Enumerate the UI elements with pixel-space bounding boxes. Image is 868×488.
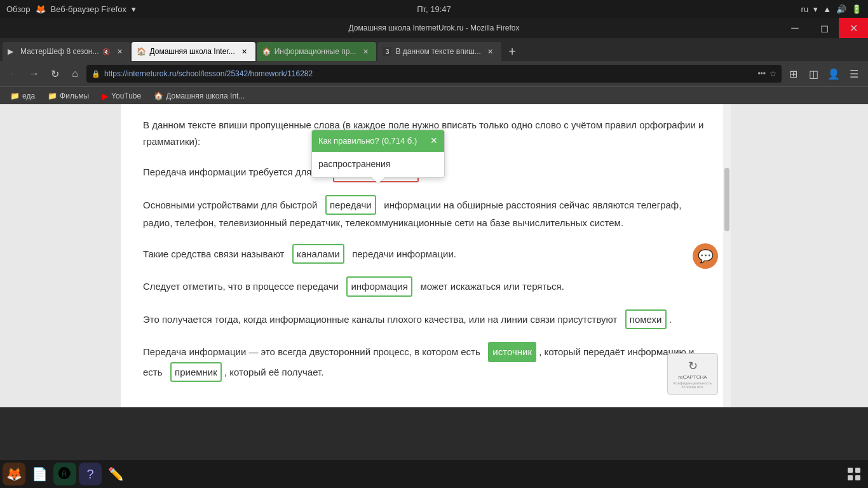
content-text: Как правильно? (0,714 б.) ✕ распростране… [121,104,731,407]
para4-before: Такие средства связи называют [143,248,284,259]
tooltip-arrow [372,177,384,184]
tabs-list-icon[interactable]: ◫ [804,65,822,83]
bookmarks-bar: 📁 еда 📁 Фильмы ▶ YouTube 🏠 Домашняя школ… [0,86,868,104]
show-apps-button[interactable] [843,463,865,485]
system-time: Пт, 19:47 [417,4,451,14]
address-bar[interactable]: 🔒 https://interneturok.ru/school/lesson/… [86,65,782,83]
paragraph-6: Это получается тогда, когда информационн… [143,309,709,330]
tooltip-correct-answer: распространения [318,159,390,169]
tab-info[interactable]: 🏠 Информационные пр... ✕ [257,42,377,61]
menu-icon[interactable]: ☰ [845,65,863,83]
taskbar-appstore[interactable]: 🅐 [53,463,76,485]
bookmark-favicon-homework: 🏠 [154,92,163,100]
battery-icon: 🔋 [851,4,862,14]
account-icon[interactable]: 👤 [825,65,843,83]
minimize-button[interactable]: ─ [780,18,810,38]
tab-homework[interactable]: 🏠 Домашняя школа Inter... ✕ [132,42,255,61]
tab-favicon-2: 🏠 [137,47,146,56]
taskbar: 🦊 📄 🅐 ? ✏️ [0,460,868,488]
tooltip-close-button[interactable]: ✕ [430,133,438,149]
system-bar-left: Обзор 🦊 Веб-браузер Firefox ▾ [6,4,136,14]
youtube-icon: ▶ [102,91,109,101]
bookmark-youtube[interactable]: ▶ YouTube [97,90,146,102]
tab-label-3: Информационные пр... [275,47,356,56]
bookmark-filmy[interactable]: 📁 Фильмы [43,90,94,102]
tab-label-2: Домашняя школа Inter... [149,47,234,56]
window-controls: ─ ◻ ✕ [780,18,868,38]
para6-before: Это получается тогда, когда информационн… [143,314,617,325]
tooltip-body: распространения [312,152,444,177]
tab-close-3[interactable]: ✕ [360,46,371,57]
back-button[interactable]: ← [5,65,23,83]
recaptcha-label: reCAPTCHA [678,374,707,380]
taskbar-editor[interactable]: ✏️ [104,463,127,485]
chat-widget[interactable]: 💬 [693,243,718,269]
tabs-bar: ▶ МастерШеф 8 сезон... 🔇 ✕ 🏠 Домашняя шк… [0,38,868,61]
answer-box-6[interactable]: источник [488,342,536,362]
taskbar-help[interactable]: ? [79,463,102,485]
right-margin [731,104,868,407]
paragraph-4: Такие средства связи называют каналами п… [143,244,709,264]
para5-before: Следует отметить, что в процессе передач… [143,281,339,292]
taskbar-files[interactable]: 📄 [28,463,51,485]
para4-after: передачи информации. [352,248,456,259]
tab-masterchef[interactable]: ▶ МастерШеф 8 сезон... 🔇 ✕ [3,42,130,61]
taskbar-firefox[interactable]: 🦊 [3,463,25,485]
para7-after: , который её получает. [224,367,323,377]
browser-name: Веб-браузер Firefox [51,4,126,14]
wifi-icon: ▲ [823,4,831,14]
page-wrapper: Как правильно? (0,714 б.) ✕ распростране… [0,104,868,407]
svg-rect-1 [855,468,860,473]
scrollbar-track [723,104,731,407]
new-tab-button[interactable]: + [503,42,522,61]
audio-icon: 🔇 [102,48,110,55]
answer-box-2[interactable]: передачи [325,195,376,215]
bookmarks-icon[interactable]: ⊞ [784,65,802,83]
tab-label-4: В данном тексте впиш... [395,47,481,56]
browser-menu-arrow[interactable]: ▾ [132,4,136,14]
paragraph-3: Основными устройствами для быстрой перед… [143,195,709,231]
tab-favicon-3: 🏠 [262,47,271,56]
title-bar: Домашняя школа InternetUrok.ru - Mozilla… [0,18,868,38]
refresh-button[interactable]: ↻ [46,65,64,83]
para3-before: Основными устройствами для быстрой [143,200,317,210]
overview-label[interactable]: Обзор [6,4,31,14]
tab-favicon-4: 3 [383,47,391,56]
tab-close-2[interactable]: ✕ [239,46,250,57]
tab-close-4[interactable]: ✕ [485,46,496,57]
maximize-button[interactable]: ◻ [810,18,839,38]
home-button[interactable]: ⌂ [66,65,84,83]
forward-button[interactable]: → [25,65,43,83]
scrollbar-thumb[interactable] [724,168,729,231]
locale-label[interactable]: ru [801,4,809,14]
system-bar-right: ru ▾ ▲ 🔊 🔋 [801,4,862,14]
tooltip-header: Как правильно? (0,714 б.) ✕ [312,130,444,152]
para2-before: Передача информации требуется для её [143,166,325,177]
window-title: Домашняя школа InternetUrok.ru - Mozilla… [349,24,520,32]
paragraph-7: Передача информации — это всегда двустор… [143,342,709,382]
url-text: https://interneturok.ru/school/lesson/25… [104,69,313,78]
recaptcha-terms: КонфиденциальностьУсловия исп. [674,381,712,389]
bookmark-homework[interactable]: 🏠 Домашняя школа Int... [149,90,250,102]
bookmark-label-youtube: YouTube [111,92,141,100]
main-content: Как правильно? (0,714 б.) ✕ распростране… [121,104,731,407]
tab-label-1: МастерШеф 8 сезон... [20,47,98,56]
answer-box-7[interactable]: приемник [170,362,222,383]
bookmark-label-homework: Домашняя школа Int... [166,92,245,100]
folder-icon-filmy: 📁 [48,92,57,100]
close-button[interactable]: ✕ [839,18,868,38]
answer-box-5[interactable]: помехи [625,309,667,330]
nav-bar: ← → ↻ ⌂ 🔒 https://interneturok.ru/school… [0,61,868,86]
bookmark-eda[interactable]: 📁 еда [5,90,40,102]
answer-box-3[interactable]: каналами [292,244,344,264]
tab-text[interactable]: 3 В данном тексте впиш... ✕ [377,42,501,61]
bookmark-star-icon[interactable]: ☆ [770,69,776,78]
recaptcha-icon: ↻ [688,359,698,373]
locale-arrow[interactable]: ▾ [813,4,818,14]
svg-rect-3 [855,475,860,480]
para5-after: может искажаться или теряться. [420,281,564,292]
more-options-icon[interactable]: ••• [757,69,766,78]
tab-close-1[interactable]: ✕ [114,46,125,57]
tooltip-popup: Как правильно? (0,714 б.) ✕ распростране… [311,130,445,178]
answer-box-4[interactable]: информация [346,276,412,297]
